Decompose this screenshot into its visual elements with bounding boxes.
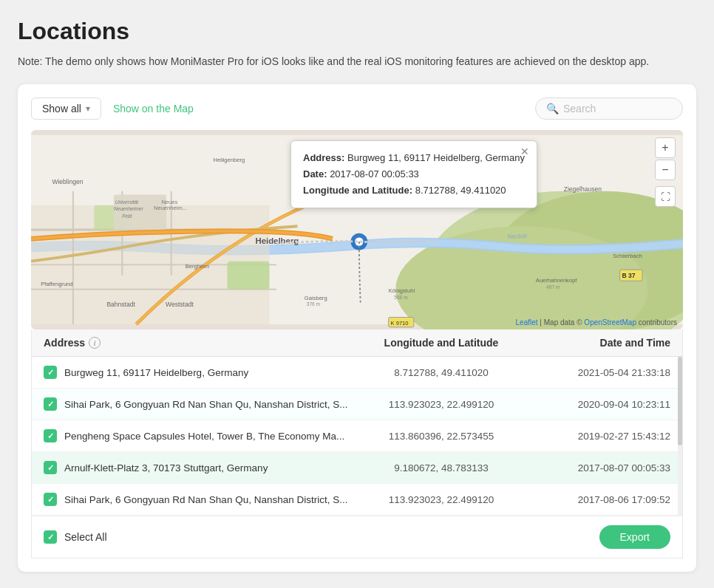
svg-text:487 m: 487 m (546, 284, 560, 290)
row-checkbox[interactable] (44, 493, 57, 506)
map-data-text: Map data © (544, 318, 582, 327)
table-row: Burgweg 11, 69117 Heidelberg, Germany 8.… (32, 357, 682, 389)
map-attribution: Leaflet | Map data © OpenStreetMap contr… (516, 318, 677, 327)
svg-text:Wieblingen: Wieblingen (52, 178, 83, 185)
row-address-cell: Pengheng Space Capsules Hotel, Tower B, … (44, 429, 360, 442)
col-header-coords: Longitude and Latitude (360, 337, 523, 349)
table-body: Burgweg 11, 69117 Heidelberg, Germany 8.… (32, 357, 682, 516)
svg-text:B 37: B 37 (622, 272, 635, 279)
popup-date: Date: 2017-08-07 00:05:33 (303, 166, 525, 182)
data-table: Address i Longitude and Latitude Date an… (31, 329, 683, 558)
popup-date-label: Date: (303, 168, 327, 180)
svg-text:Neuenheimer: Neuenheimer (114, 206, 144, 211)
table-row: Sihai Park, 6 Gongyuan Rd Nan Shan Qu, N… (32, 484, 682, 516)
row-coords: 113.923023, 22.499120 (360, 494, 523, 505)
table-row: Sihai Park, 6 Gongyuan Rd Nan Shan Qu, N… (32, 389, 682, 420)
svg-text:568 m: 568 m (394, 295, 408, 300)
popup-address: Address: Burgweg 11, 69117 Heidelberg, G… (303, 150, 525, 166)
map-controls: + − ⛶ (655, 137, 676, 207)
popup-close-button[interactable]: ✕ (520, 146, 529, 157)
row-coords: 8.712788, 49.411020 (360, 367, 523, 378)
zoom-out-button[interactable]: − (655, 160, 676, 180)
table-header: Address i Longitude and Latitude Date an… (32, 329, 682, 357)
popup-date-value: 2017-08-07 00:05:33 (330, 168, 419, 180)
scrollbar-thumb[interactable] (678, 357, 682, 445)
svg-text:Gaisberg: Gaisberg (305, 295, 327, 301)
col-header-address: Address i (44, 337, 360, 349)
row-address: Pengheng Space Capsules Hotel, Tower B, … (64, 431, 344, 442)
table-footer: Select All Export (32, 516, 682, 558)
toolbar: Show all ▾ Show on the Map 🔍 (31, 98, 683, 120)
row-address-cell: Burgweg 11, 69117 Heidelberg, Germany (44, 366, 360, 379)
row-coords: 113.923023, 22.499120 (360, 399, 523, 410)
page-title: Locations (18, 18, 696, 45)
filter-dropdown[interactable]: Show all ▾ (31, 98, 101, 120)
select-all-checkbox[interactable] (44, 530, 57, 544)
svg-text:Bahnstadt: Bahnstadt (106, 301, 135, 308)
row-datetime: 2017-08-06 17:09:52 (523, 494, 670, 505)
row-address: Sihai Park, 6 Gongyuan Rd Nan Shan Qu, N… (64, 399, 347, 410)
svg-text:Weststadt: Weststadt (166, 301, 194, 308)
leaflet-link[interactable]: Leaflet (516, 318, 538, 327)
osm-contributors: contributors (639, 318, 677, 327)
main-card: Show all ▾ Show on the Map 🔍 (18, 84, 696, 572)
svg-rect-11 (228, 261, 270, 290)
row-address: Burgweg 11, 69117 Heidelberg, Germany (64, 367, 248, 378)
select-all-label: Select All (64, 531, 107, 543)
search-box: 🔍 (535, 98, 683, 120)
row-datetime: 2021-05-04 21:33:18 (523, 367, 670, 378)
popup-address-value: Burgweg 11, 69117 Heidelberg, Germany (347, 152, 525, 163)
select-all-row[interactable]: Select All (44, 530, 107, 544)
row-datetime: 2020-09-04 10:23:11 (523, 399, 670, 410)
row-checkbox[interactable] (44, 461, 57, 474)
row-address-cell: Sihai Park, 6 Gongyuan Rd Nan Shan Qu, N… (44, 493, 360, 506)
svg-text:Heiligenberg: Heiligenberg (214, 157, 245, 163)
svg-text:Neuenheim...: Neuenheim... (154, 205, 187, 211)
row-address: Sihai Park, 6 Gongyuan Rd Nan Shan Qu, N… (64, 494, 347, 505)
search-icon: 🔍 (546, 103, 559, 114)
map-container: Wieblingen Bahnstadt Weststadt Pfaffengr… (31, 130, 683, 329)
row-datetime: 2017-08-07 00:05:33 (523, 462, 670, 474)
search-input[interactable] (563, 103, 667, 114)
row-coords: 113.860396, 22.573455 (360, 431, 523, 442)
filter-dropdown-label: Show all (42, 103, 81, 114)
col-header-datetime: Date and Time (523, 337, 670, 349)
popup-coords-label: Longitude and Latitude: (303, 185, 412, 196)
zoom-in-button[interactable]: + (655, 137, 676, 158)
popup-address-label: Address: (303, 152, 344, 163)
row-checkbox[interactable] (44, 429, 57, 442)
show-on-map-button[interactable]: Show on the Map (110, 103, 197, 114)
address-info-icon[interactable]: i (89, 337, 101, 349)
popup-coords-value: 8.712788, 49.411020 (415, 185, 506, 196)
map-popup: ✕ Address: Burgweg 11, 69117 Heidelberg,… (290, 140, 537, 208)
svg-text:K 9710: K 9710 (391, 320, 409, 327)
chevron-down-icon: ▾ (86, 103, 90, 114)
row-datetime: 2019-02-27 15:43:12 (523, 431, 670, 442)
row-address: Arnulf-Klett-Platz 3, 70173 Stuttgart, G… (64, 462, 268, 474)
svg-text:Auerhahnenkopf: Auerhahnenkopf (536, 277, 578, 284)
svg-text:Königstuhl: Königstuhl (389, 287, 415, 294)
fullscreen-button[interactable]: ⛶ (655, 186, 676, 207)
svg-text:Ziegelhausen: Ziegelhausen (564, 185, 602, 193)
svg-text:Neckar: Neckar (507, 232, 528, 240)
svg-text:Schlierbach: Schlierbach (613, 253, 642, 259)
note-text: Note: The demo only shows how MoniMaster… (18, 54, 683, 69)
row-checkbox[interactable] (44, 397, 57, 411)
scrollbar-track (678, 357, 682, 516)
popup-coords: Longitude and Latitude: 8.712788, 49.411… (303, 182, 525, 199)
svg-text:Pfaffengrund: Pfaffengrund (41, 281, 72, 287)
row-coords: 9.180672, 48.783133 (360, 462, 523, 474)
svg-text:Universität: Universität (115, 199, 139, 205)
row-checkbox[interactable] (44, 366, 57, 379)
table-row: Arnulf-Klett-Platz 3, 70173 Stuttgart, G… (32, 452, 682, 484)
svg-text:Feld: Feld (122, 213, 132, 219)
table-row: Pengheng Space Capsules Hotel, Tower B, … (32, 420, 682, 452)
row-address-cell: Arnulf-Klett-Platz 3, 70173 Stuttgart, G… (44, 461, 360, 474)
export-button[interactable]: Export (599, 525, 670, 549)
row-address-cell: Sihai Park, 6 Gongyuan Rd Nan Shan Qu, N… (44, 397, 360, 411)
svg-text:Bergheim: Bergheim (186, 263, 209, 270)
svg-text:376 m: 376 m (307, 301, 321, 307)
osm-link[interactable]: OpenStreetMap (584, 318, 636, 327)
